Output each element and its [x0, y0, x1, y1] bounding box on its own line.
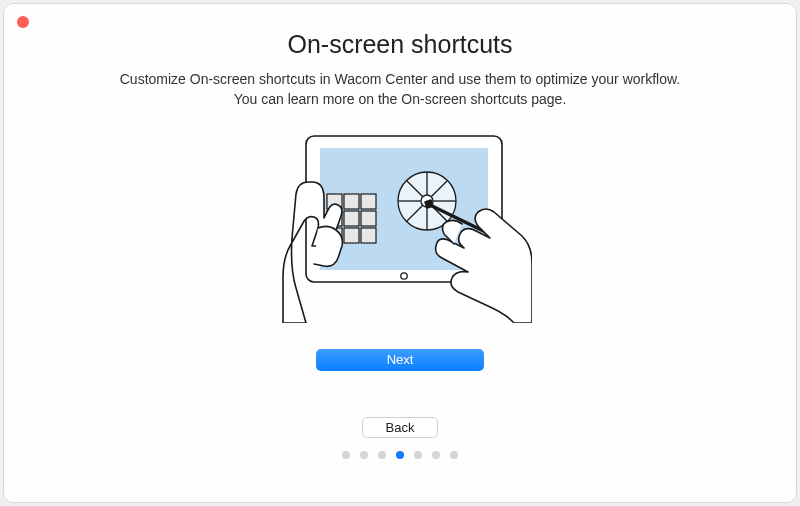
page-dot-2[interactable]: [360, 451, 368, 459]
close-window-button[interactable]: [17, 16, 29, 28]
page-dot-1[interactable]: [342, 451, 350, 459]
description-line-1: Customize On-screen shortcuts in Wacom C…: [120, 69, 680, 89]
tablet-shortcuts-illustration: [268, 128, 532, 323]
svg-marker-23: [425, 200, 433, 208]
page-description: Customize On-screen shortcuts in Wacom C…: [120, 69, 680, 110]
page-dot-4[interactable]: [396, 451, 404, 459]
back-button[interactable]: Back: [362, 417, 438, 438]
pagination-dots: [342, 451, 458, 459]
page-dot-3[interactable]: [378, 451, 386, 459]
setup-window: On-screen shortcuts Customize On-screen …: [3, 3, 797, 503]
description-line-2: You can learn more on the On-screen shor…: [120, 89, 680, 109]
page-dot-7[interactable]: [450, 451, 458, 459]
next-button[interactable]: Next: [316, 349, 484, 371]
svg-rect-11: [361, 228, 376, 243]
page-dot-6[interactable]: [432, 451, 440, 459]
svg-rect-4: [344, 194, 359, 209]
page-dot-5[interactable]: [414, 451, 422, 459]
svg-rect-5: [361, 194, 376, 209]
svg-rect-7: [344, 211, 359, 226]
page-title: On-screen shortcuts: [287, 30, 512, 59]
svg-rect-8: [361, 211, 376, 226]
svg-rect-10: [344, 228, 359, 243]
